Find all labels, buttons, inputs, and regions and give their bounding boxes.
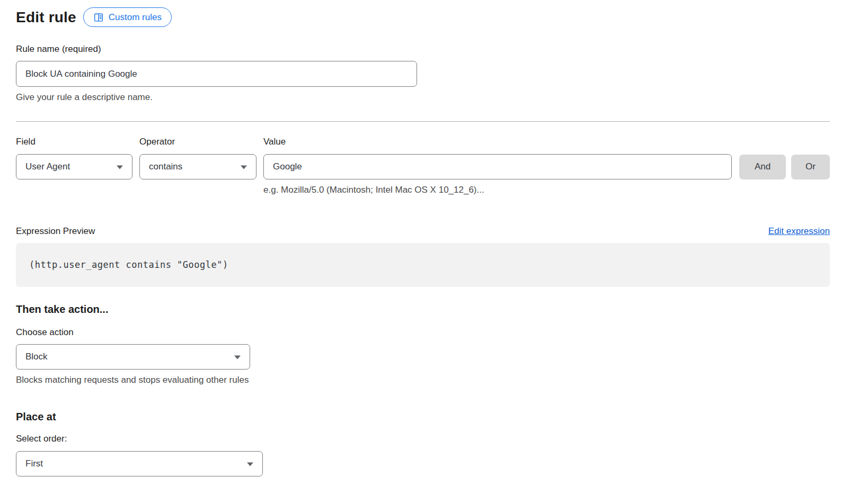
placement-section: Place at Select order: First: [16, 411, 830, 476]
place-at-heading: Place at: [16, 411, 830, 423]
caret-down-icon: [247, 458, 253, 469]
condition-row: User Agent contains And Or: [16, 154, 830, 179]
order-select-value: First: [25, 458, 43, 469]
expression-preview-box: (http.user_agent contains "Google"): [16, 243, 830, 287]
caret-down-icon: [241, 161, 247, 172]
action-select[interactable]: Block: [16, 344, 250, 370]
page-header: Edit rule Custom rules: [16, 7, 830, 27]
rule-name-helper: Give your rule a descriptive name.: [16, 92, 830, 103]
field-select-value: User Agent: [25, 161, 70, 172]
operator-select-value: contains: [149, 161, 182, 172]
field-select[interactable]: User Agent: [16, 154, 132, 179]
expression-preview-label: Expression Preview: [16, 226, 95, 237]
order-select[interactable]: First: [16, 451, 263, 476]
value-label: Value: [263, 136, 286, 147]
edit-expression-link[interactable]: Edit expression: [768, 226, 830, 237]
edit-rule-page: Edit rule Custom rules Rule name (requir…: [0, 0, 841, 504]
rule-name-label: Rule name (required): [16, 43, 830, 55]
custom-rules-button-label: Custom rules: [109, 12, 162, 23]
select-order-label: Select order:: [16, 433, 830, 444]
choose-action-label: Choose action: [16, 327, 830, 338]
caret-down-icon: [117, 161, 123, 172]
action-helper: Blocks matching requests and stops evalu…: [16, 374, 830, 385]
operator-select[interactable]: contains: [139, 154, 256, 179]
condition-labels-row: Field Operator Value: [16, 136, 830, 147]
section-divider: [16, 121, 830, 122]
action-select-value: Block: [25, 352, 48, 362]
field-label: Field: [16, 136, 139, 147]
operator-label: Operator: [139, 136, 263, 147]
action-section: Then take action... Choose action Block …: [16, 303, 830, 385]
value-field-wrap: [263, 154, 732, 179]
edit-rule-form: Edit rule Custom rules Rule name (requir…: [16, 7, 830, 476]
expression-header: Expression Preview Edit expression: [16, 226, 830, 237]
caret-down-icon: [234, 352, 241, 362]
custom-rules-button[interactable]: Custom rules: [83, 7, 172, 27]
and-button[interactable]: And: [739, 155, 786, 179]
book-icon: [93, 12, 104, 23]
page-title: Edit rule: [16, 9, 76, 26]
rule-name-section: Rule name (required) Give your rule a de…: [16, 43, 830, 103]
value-helper: e.g. Mozilla/5.0 (Macintosh; Intel Mac O…: [263, 184, 830, 195]
rule-name-input[interactable]: [16, 61, 417, 87]
value-input[interactable]: [263, 154, 732, 179]
or-button[interactable]: Or: [791, 155, 830, 179]
expression-code: (http.user_agent contains "Google"): [29, 259, 228, 270]
action-heading: Then take action...: [16, 303, 830, 316]
